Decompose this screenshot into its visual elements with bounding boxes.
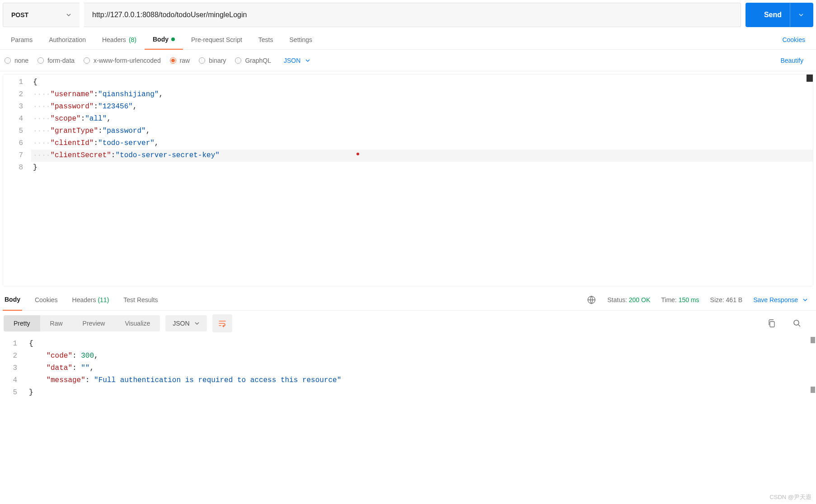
tab-headers[interactable]: Headers (8) [94,30,145,50]
body-dirty-indicator [171,37,175,41]
scroll-thumb[interactable] [811,387,815,393]
resp-tab-test-results[interactable]: Test Results [122,289,159,311]
size-meta: Size: 461 B [710,296,743,303]
method-value: POST [11,11,28,19]
response-toolbar: Pretty Raw Preview Visualize JSON [0,311,816,336]
resp-code-area[interactable]: { "code": 300, "data": "", "message": "F… [25,336,816,401]
send-button[interactable]: Send [746,3,813,27]
tab-settings[interactable]: Settings [281,30,321,50]
body-type-row: none form-data x-www-form-urlencoded raw… [0,50,816,71]
time-meta: Time: 150 ms [661,296,699,303]
globe-icon[interactable] [586,295,596,305]
error-marker [356,153,359,155]
search-button[interactable] [791,317,803,330]
chevron-down-icon [802,297,808,303]
view-tab-pretty[interactable]: Pretty [4,315,40,331]
tab-prerequest[interactable]: Pre-request Script [183,30,250,50]
cookies-link[interactable]: Cookies [774,36,813,43]
response-header-row: Body Cookies Headers (11) Test Results S… [0,289,816,311]
resp-tab-headers[interactable]: Headers (11) [70,289,111,311]
wrap-toggle-button[interactable] [212,314,232,332]
chevron-down-icon [194,321,200,326]
svg-point-2 [794,320,799,325]
request-topbar: POST Send [0,0,816,30]
radio-urlencoded[interactable]: x-www-form-urlencoded [84,57,161,64]
chevron-down-icon [305,58,310,63]
tab-authorization[interactable]: Authorization [41,30,94,50]
status-meta: Status: 200 OK [607,296,650,303]
radio-graphql[interactable]: GraphQL [235,57,271,64]
tab-params[interactable]: Params [3,30,41,50]
save-response-button[interactable]: Save Response [753,296,813,303]
code-area[interactable]: { ····"username":"qianshijiang", ····"pa… [31,75,813,286]
chevron-down-icon[interactable] [790,3,804,27]
send-label: Send [764,11,782,19]
resp-tab-body[interactable]: Body [3,289,22,311]
tab-tests[interactable]: Tests [250,30,281,50]
response-body-editor[interactable]: 1 2 3 4 5 { "code": 300, "data": "", "me… [0,336,816,401]
line-gutter: 1 2 3 4 5 6 7 8 [3,75,31,286]
content-type-select[interactable]: JSON [284,57,310,64]
url-input[interactable] [84,3,741,27]
radio-binary[interactable]: binary [199,57,226,64]
beautify-link[interactable]: Beautify [772,57,811,64]
copy-button[interactable] [765,317,778,330]
radio-raw[interactable]: raw [170,57,190,64]
resp-content-type-select[interactable]: JSON [165,315,206,331]
resp-tab-cookies[interactable]: Cookies [33,289,60,311]
headers-count: (8) [129,36,136,43]
scroll-thumb[interactable] [811,337,815,343]
view-tab-visualize[interactable]: Visualize [115,315,160,331]
copy-icon [767,319,776,328]
svg-rect-1 [770,322,774,327]
resp-headers-count: (11) [98,296,109,303]
request-tabs: Params Authorization Headers (8) Body Pr… [0,30,816,50]
chevron-down-icon [66,12,71,18]
radio-none[interactable]: none [5,57,28,64]
view-tab-raw[interactable]: Raw [40,315,73,331]
search-icon [793,319,802,328]
watermark: CSDN @尹天遐 [769,493,811,501]
view-tabs: Pretty Raw Preview Visualize [4,315,160,331]
radio-form-data[interactable]: form-data [38,57,75,64]
resp-line-gutter: 1 2 3 4 5 [0,336,25,401]
tab-body[interactable]: Body [145,30,183,50]
view-tab-preview[interactable]: Preview [73,315,115,331]
request-body-editor[interactable]: 1 2 3 4 5 6 7 8 { ····"username":"qiansh… [3,74,813,286]
wrap-icon [218,319,227,328]
method-select[interactable]: POST [3,3,80,27]
